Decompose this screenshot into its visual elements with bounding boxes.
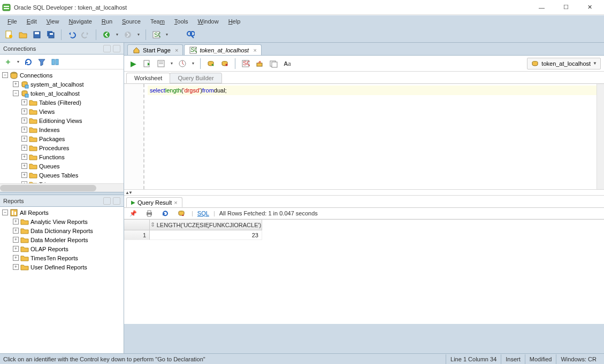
tree-root[interactable]: − Connections xyxy=(0,71,124,80)
minimize-panel-icon[interactable] xyxy=(103,197,111,205)
tab-query-builder[interactable]: Query Builder xyxy=(170,73,221,83)
menu-team[interactable]: Team xyxy=(146,17,169,26)
result-grid[interactable]: ⇕ LENGTH('UCZĘSIĘFUNKCJIORACLE') 1 23 xyxy=(124,219,604,324)
reports-tree[interactable]: − All Reports +Analytic View Reports+Dat… xyxy=(0,207,124,353)
tab-sql-file[interactable]: SQL token_at_localhost × xyxy=(184,44,261,55)
tree-item[interactable]: +User Defined Reports xyxy=(0,262,124,272)
menu-edit[interactable]: Edit xyxy=(22,17,41,26)
run-statement-button[interactable]: ▶ xyxy=(127,58,139,69)
tree-item[interactable]: −token_at_localhost xyxy=(0,89,124,98)
commit-button[interactable] xyxy=(205,58,217,69)
grid-cell[interactable]: 23 xyxy=(150,230,262,240)
tree-item[interactable]: +Functions xyxy=(0,152,124,161)
tab-start-page[interactable]: Start Page × xyxy=(127,44,183,55)
unshared-worksheet-button[interactable]: SQL xyxy=(240,58,251,69)
tab-query-result[interactable]: ▶ Query Result × xyxy=(126,197,182,207)
autotrace-button[interactable] xyxy=(177,58,188,69)
svg-text:SQL: SQL xyxy=(154,32,160,38)
minimize-panel-icon[interactable] xyxy=(103,45,111,52)
menu-source[interactable]: Source xyxy=(118,17,145,26)
tree-item[interactable]: +Packages xyxy=(0,134,124,143)
forward-dropdown[interactable]: ▼ xyxy=(136,33,141,36)
tree-item[interactable]: +OLAP Reports xyxy=(0,244,124,253)
export-button[interactable] xyxy=(175,207,187,219)
close-icon[interactable]: × xyxy=(175,47,178,53)
reports-panel-header[interactable]: Reports xyxy=(0,195,124,207)
run-script-button[interactable] xyxy=(141,58,153,69)
print-button[interactable] xyxy=(143,207,155,219)
new-button[interactable] xyxy=(3,29,15,41)
back-dropdown[interactable]: ▼ xyxy=(114,33,120,36)
close-icon[interactable]: × xyxy=(253,47,256,53)
new-connection-button[interactable]: ＋ xyxy=(2,56,14,68)
close-icon[interactable]: × xyxy=(174,199,177,206)
connections-hscroll[interactable] xyxy=(0,183,124,192)
find-db-object-button[interactable] xyxy=(185,29,196,41)
tree-item[interactable]: +system_at_localhost xyxy=(0,80,124,89)
minimize-button[interactable]: — xyxy=(530,0,554,15)
connections-tree[interactable]: − Connections +system_at_localhost−token… xyxy=(0,69,124,183)
menu-run[interactable]: Run xyxy=(97,17,117,26)
tree-item[interactable]: +Indexes xyxy=(0,125,124,134)
result-splitter[interactable]: ▲▼ xyxy=(124,189,604,196)
connections-panel-header[interactable]: Connections xyxy=(0,43,124,55)
refresh-result-button[interactable] xyxy=(159,207,171,219)
menu-navigate[interactable]: Navigate xyxy=(64,17,96,26)
connection-selector[interactable]: token_at_localhost ▼ xyxy=(527,58,601,69)
sql-link[interactable]: SQL xyxy=(197,210,209,216)
tab-worksheet[interactable]: Worksheet xyxy=(126,73,170,83)
menu-tools[interactable]: Tools xyxy=(170,17,193,26)
sql-worksheet-dropdown[interactable]: ▼ xyxy=(164,33,170,36)
result-status: All Rows Fetched: 1 in 0.047 seconds xyxy=(219,210,318,216)
tree-item[interactable]: +Analytic View Reports xyxy=(0,217,124,226)
menu-window[interactable]: Window xyxy=(194,17,223,26)
rollback-button[interactable] xyxy=(219,58,231,69)
tree-item[interactable]: +Editioning Views xyxy=(0,116,124,125)
tns-button[interactable] xyxy=(49,56,61,68)
menu-help[interactable]: Help xyxy=(224,17,245,26)
open-button[interactable] xyxy=(17,29,29,41)
save-all-button[interactable] xyxy=(45,29,57,41)
close-button[interactable]: ✕ xyxy=(578,0,602,15)
undo-button[interactable] xyxy=(66,29,78,41)
sql-editor[interactable]: select length('drgsd') from dual; xyxy=(124,83,604,189)
tree-item[interactable]: +Queues xyxy=(0,161,124,171)
menu-file[interactable]: File xyxy=(3,17,21,26)
sql-worksheet-button[interactable]: SQL xyxy=(150,29,162,41)
maximize-button[interactable]: ☐ xyxy=(554,0,578,15)
sql-line[interactable]: select length('drgsd') from dual; xyxy=(148,86,597,95)
grid-row[interactable]: 1 23 xyxy=(124,230,604,240)
new-connection-dropdown[interactable]: ▼ xyxy=(16,60,21,64)
explain-dropdown[interactable]: ▼ xyxy=(169,61,174,65)
tree-item[interactable]: +Data Dictionary Reports xyxy=(0,226,124,235)
back-button[interactable] xyxy=(101,29,112,41)
tree-item[interactable]: +Data Modeler Reports xyxy=(0,235,124,244)
tree-root[interactable]: − All Reports xyxy=(0,208,124,217)
format-button[interactable]: Aa xyxy=(281,58,293,69)
svg-text:SQL: SQL xyxy=(243,60,250,66)
tree-item[interactable]: +Procedures xyxy=(0,143,124,152)
pin-button[interactable]: 📌 xyxy=(127,207,139,219)
main-area: Start Page × SQL token_at_localhost × ▶ … xyxy=(124,43,604,353)
filter-button[interactable] xyxy=(36,56,48,68)
refresh-button[interactable] xyxy=(22,56,34,68)
tree-item[interactable]: +TimesTen Reports xyxy=(0,253,124,262)
editor-vscroll[interactable] xyxy=(597,84,604,189)
clear-button[interactable] xyxy=(254,58,265,69)
folder-icon xyxy=(29,135,37,143)
restore-panel-icon[interactable] xyxy=(113,197,120,205)
restore-panel-icon[interactable] xyxy=(113,45,120,52)
forward-button[interactable] xyxy=(122,29,134,41)
tree-item[interactable]: +Queues Tables xyxy=(0,171,124,180)
sql-history-button[interactable] xyxy=(267,58,279,69)
tree-item[interactable]: +Tables (Filtered) xyxy=(0,98,124,107)
grid-column-header[interactable]: ⇕ LENGTH('UCZĘSIĘFUNKCJIORACLE') xyxy=(150,220,262,230)
save-button[interactable] xyxy=(31,29,43,41)
explain-plan-button[interactable] xyxy=(155,58,167,69)
menu-view[interactable]: View xyxy=(42,17,64,26)
result-toolbar: 📌 | SQL | All Rows Fetched: 1 in 0.047 s… xyxy=(124,207,604,219)
tree-item[interactable]: +Triggers xyxy=(0,180,124,183)
autotrace-dropdown[interactable]: ▼ xyxy=(190,61,196,65)
redo-button[interactable] xyxy=(80,29,91,41)
tree-item[interactable]: +Views xyxy=(0,107,124,116)
